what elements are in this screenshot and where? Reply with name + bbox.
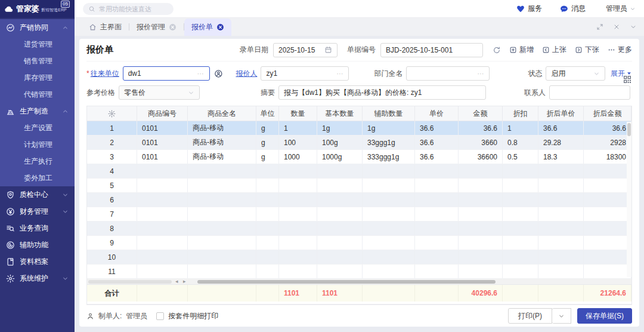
cell-name[interactable]: 商品-移动 [188,150,256,164]
cell-unit[interactable] [256,164,279,178]
cell-aux_qty[interactable] [363,193,415,207]
col-header-base_qty[interactable]: 基本数量 [317,106,363,121]
cell-no[interactable]: 9 [87,236,137,250]
cell-aux_qty[interactable] [363,236,415,250]
cell-qty[interactable] [279,222,317,235]
cell-discount[interactable]: 1 [503,121,538,135]
sidebar-sub-item[interactable]: 委外加工 [0,170,75,186]
cell-disc_amount[interactable]: 2928 [584,136,631,149]
col-header-discount[interactable]: 折扣 [503,106,538,121]
cell-base_qty[interactable] [317,179,363,192]
more-button[interactable]: 更多 [608,45,632,55]
cell-disc_amount[interactable] [584,164,631,178]
user-menu[interactable]: 管理员 [606,4,636,14]
app-logo[interactable]: 管家婆 辉煌智造ERP 05 [0,0,75,18]
cell-code[interactable] [137,164,188,178]
sidebar-group-item[interactable]: 财务管理 [0,203,75,220]
frozen-scroll-thumb[interactable] [88,280,172,284]
cell-no[interactable]: 11 [87,265,137,278]
partner-label-link[interactable]: 往来单位 [91,69,119,79]
cell-name[interactable] [188,265,256,278]
next-doc-button[interactable]: 下张 [575,45,599,55]
cell-amount[interactable] [459,193,503,207]
cell-base_qty[interactable] [317,193,363,207]
col-header-code[interactable]: 商品编号 [137,106,188,121]
sidebar-group-item[interactable]: 辅助功能 [0,236,75,253]
cell-no[interactable]: 2 [87,136,137,149]
cell-unit[interactable]: g [256,121,279,135]
sidebar-sub-item[interactable]: 计划管理 [0,136,75,153]
cell-disc_price[interactable] [538,179,584,192]
new-button[interactable]: 新增 [509,45,534,55]
cell-qty[interactable] [279,207,317,221]
col-header-no[interactable] [87,106,137,121]
expand-window-icon[interactable] [596,23,603,30]
cell-code[interactable] [137,250,188,264]
table-row[interactable]: 4 [87,164,631,179]
cell-disc_amount[interactable]: 18300 [584,150,631,164]
cell-code[interactable] [137,236,188,250]
cell-name[interactable] [188,164,256,178]
cell-qty[interactable] [279,179,317,192]
sidebar-group-item[interactable]: 产销协同 [0,19,75,36]
tab-quote-active[interactable]: 报价单 [184,19,231,36]
cell-aux_qty[interactable]: 333ggg1g [363,150,415,164]
partner-input[interactable] [128,69,195,78]
cell-disc_amount[interactable] [584,236,631,250]
scroll-arrows-icon[interactable]: ◂ ▸ [175,278,188,284]
cell-base_qty[interactable] [317,222,363,235]
search-input[interactable] [99,5,168,13]
cell-unit[interactable]: g [256,136,279,149]
cell-disc_price[interactable]: 18.3 [538,150,584,164]
cell-aux_qty[interactable] [363,265,415,278]
summary-input[interactable] [284,88,481,97]
sidebar-sub-item[interactable]: 生产设置 [0,119,75,136]
cell-amount[interactable] [459,250,503,264]
table-row[interactable]: 10101商品-移动g11g1g36.636.6136.636.6 [87,121,631,136]
cell-unit[interactable] [256,207,279,221]
col-header-aux_qty[interactable]: 辅助数量 [363,106,415,121]
table-row[interactable]: 6 [87,193,631,207]
summary-field[interactable] [278,85,486,100]
sidebar-sub-item[interactable]: 代销管理 [0,86,75,103]
col-header-disc_amount[interactable]: 折后金额 [584,106,631,121]
cell-no[interactable]: 5 [87,179,137,192]
cell-amount[interactable] [459,164,503,178]
cell-discount[interactable] [503,222,538,235]
close-window-icon[interactable] [613,23,620,30]
cell-price[interactable] [415,250,459,264]
cell-price[interactable] [415,236,459,250]
prev-doc-button[interactable]: 上张 [542,45,566,55]
cell-name[interactable] [188,236,256,250]
cell-disc_amount[interactable] [584,222,631,235]
cell-discount[interactable] [503,193,538,207]
cell-code[interactable]: 0101 [137,121,188,135]
table-row[interactable]: 8 [87,222,631,236]
cell-price[interactable] [415,164,459,178]
cell-price[interactable]: 36.6 [415,121,459,135]
cell-price[interactable] [415,193,459,207]
cell-discount[interactable] [503,164,538,178]
cell-unit[interactable]: g [256,150,279,164]
cell-price[interactable] [415,265,459,278]
close-badge-icon[interactable] [216,23,224,31]
table-row[interactable]: 10 [87,250,631,265]
status-select[interactable]: 启用 [546,66,605,81]
cell-qty[interactable] [279,164,317,178]
cell-base_qty[interactable]: 1g [317,121,363,135]
save-button[interactable]: 保存单据(S) [577,308,632,324]
cell-code[interactable] [137,193,188,207]
cell-price[interactable]: 36.6 [415,150,459,164]
cell-disc_price[interactable] [538,265,584,278]
cell-discount[interactable]: 0.8 [503,136,538,149]
quoter-field[interactable]: ⋯ [261,66,349,81]
cell-unit[interactable] [256,250,279,264]
cell-amount[interactable] [459,207,503,221]
cell-amount[interactable] [459,179,503,192]
cell-no[interactable]: 6 [87,193,137,207]
cell-name[interactable]: 商品-移动 [188,136,256,149]
sidebar-sub-item[interactable]: 进货管理 [0,36,75,53]
sidebar-sub-item[interactable]: 库存管理 [0,69,75,86]
cell-price[interactable]: 36.6 [415,136,459,149]
table-row[interactable]: 30101商品-移动g10001000g333ggg1g36.6366000.5… [87,150,631,164]
